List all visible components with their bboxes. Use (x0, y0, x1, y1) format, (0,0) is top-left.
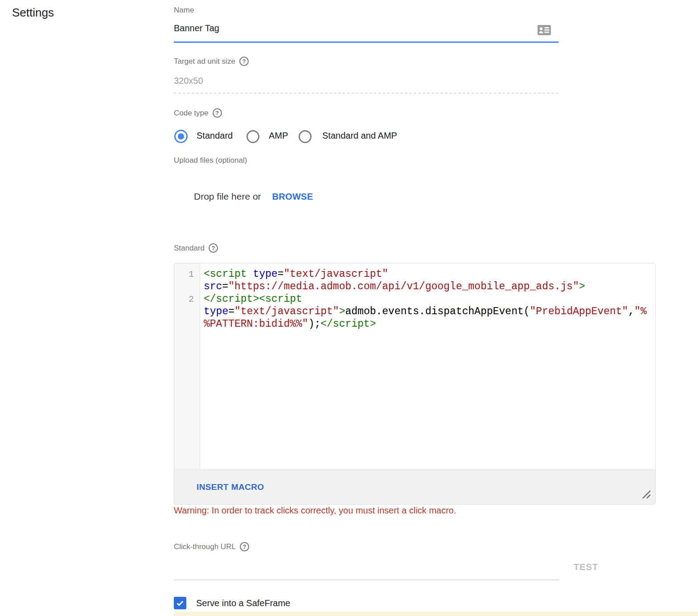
test-button[interactable]: TEST (574, 562, 598, 572)
radio-standard-and-amp-label: Standard and AMP (322, 131, 397, 141)
checkmark-icon (175, 598, 185, 608)
insert-macro-button[interactable]: INSERT MACRO (197, 482, 264, 492)
settings-page: Settings Name Banner Tag Target ad unit … (0, 0, 698, 616)
standard-code-help-icon[interactable]: ? (209, 243, 218, 253)
radio-amp-label: AMP (269, 131, 288, 141)
target-size-underline (174, 93, 558, 94)
code-editor-footer: INSERT MACRO (174, 469, 655, 504)
contact-card-icon (538, 25, 551, 37)
radio-amp[interactable] (246, 130, 259, 143)
code-text: <script type="text/javascript" src="http… (200, 268, 649, 293)
standard-code-label: Standard (174, 244, 205, 253)
code-textarea[interactable]: 1<script type="text/javascript" src="htt… (174, 263, 655, 469)
file-drop-zone[interactable]: Drop file here or BROWSE (194, 191, 313, 202)
radio-standard-label: Standard (197, 131, 233, 141)
drop-file-text: Drop file here or (194, 191, 261, 202)
code-line: 2</script><script type="text/javascript"… (174, 293, 655, 330)
line-number: 2 (174, 293, 200, 330)
code-lines: 1<script type="text/javascript" src="htt… (174, 268, 655, 330)
radio-standard[interactable] (174, 130, 188, 143)
code-type-label-row: Code type ? (174, 108, 222, 118)
code-editor: 1<script type="text/javascript" src="htt… (174, 263, 656, 505)
safeframe-row: Serve into a SafeFrame (174, 597, 290, 609)
safeframe-checkbox[interactable] (174, 597, 186, 609)
line-number: 1 (174, 268, 200, 293)
upload-files-label: Upload files (optional) (174, 156, 247, 165)
name-input-underline (174, 41, 558, 43)
target-size-label: Target ad unit size (174, 57, 235, 66)
safeframe-label[interactable]: Serve into a SafeFrame (196, 598, 290, 608)
click-through-url-input[interactable] (174, 559, 559, 579)
standard-code-label-row: Standard ? (174, 243, 218, 253)
page-title: Settings (12, 6, 54, 20)
click-through-url-underline (174, 579, 559, 580)
code-line: 1<script type="text/javascript" src="htt… (174, 268, 655, 293)
name-field-label: Name (174, 6, 194, 15)
target-size-value: 320x50 (174, 76, 203, 86)
notice-bar (174, 612, 698, 616)
click-through-url-label: Click-through URL (174, 542, 236, 551)
click-through-url-help-icon[interactable]: ? (240, 542, 249, 551)
radio-standard-and-amp[interactable] (299, 130, 312, 143)
warning-text: Warning: In order to track clicks correc… (174, 505, 456, 516)
code-type-help-icon[interactable]: ? (213, 108, 222, 118)
resize-grip-icon[interactable] (641, 489, 652, 501)
code-text: </script><script type="text/javascript">… (200, 293, 649, 330)
browse-button[interactable]: BROWSE (272, 192, 313, 202)
code-type-label: Code type (174, 109, 209, 118)
target-size-help-icon[interactable]: ? (239, 57, 249, 66)
target-size-label-row: Target ad unit size ? (174, 57, 249, 66)
radio-selected-dot (178, 133, 184, 140)
click-through-url-label-row: Click-through URL ? (174, 542, 249, 551)
name-input[interactable]: Banner Tag (174, 23, 219, 33)
